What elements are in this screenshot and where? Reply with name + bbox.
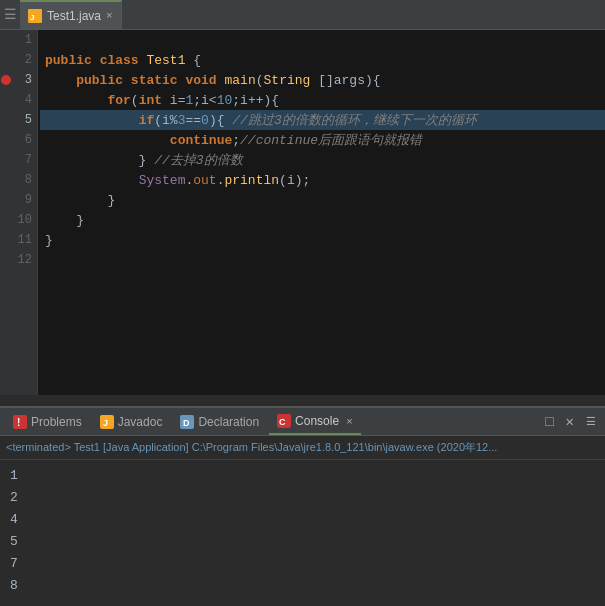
code-line-12 <box>40 250 605 270</box>
kw-public: public <box>45 53 92 68</box>
file-tab[interactable]: J Test1.java × <box>20 0 122 29</box>
tab-javadoc[interactable]: J Javadoc <box>92 408 171 435</box>
line-num-2: 2 <box>0 50 38 70</box>
java-file-icon: J <box>28 9 42 23</box>
code-line-6: continue ; //continue后面跟语句就报错 <box>40 130 605 150</box>
svg-text:J: J <box>103 418 108 428</box>
console-line-8: 8 <box>10 574 595 596</box>
tab-console-label: Console <box>295 414 339 428</box>
output-value: 4 <box>10 512 18 527</box>
tab-close-button[interactable]: × <box>106 10 113 22</box>
code-line-7: } //去掉3的倍数 <box>40 150 605 170</box>
tab-problems-label: Problems <box>31 415 82 429</box>
line-num-11: 11 <box>0 230 38 250</box>
tab-declaration-label: Declaration <box>198 415 259 429</box>
line-num-5: 5 <box>0 110 38 130</box>
code-content[interactable]: public class Test1 { public static void … <box>40 30 605 270</box>
console-close-icon[interactable]: × <box>346 415 352 427</box>
console-line-7: 7 <box>10 552 595 574</box>
kw-class: class <box>100 53 139 68</box>
console-icon: C <box>277 414 291 428</box>
code-line-4: for ( int i= 1 ;i< 10 ;i++){ <box>40 90 605 110</box>
output-value: 2 <box>10 490 18 505</box>
line-num-10: 10 <box>0 210 38 230</box>
problems-icon: ! <box>13 415 27 429</box>
svg-text:!: ! <box>17 417 20 428</box>
code-line-9: } <box>40 190 605 210</box>
console-header: <terminated> Test1 [Java Application] C:… <box>0 436 605 460</box>
console-line-1: 1 <box>10 464 595 486</box>
console-output: 1 2 4 5 7 8 <box>0 460 605 600</box>
code-line-5: if (i% 3 == 0 ){ //跳过3的倍数的循环，继续下一次的循环 <box>40 110 605 130</box>
editor-tab-bar: ☰ J Test1.java × <box>0 0 605 30</box>
console-line-4: 4 <box>10 508 595 530</box>
output-value: 5 <box>10 534 18 549</box>
code-line-1 <box>40 30 605 50</box>
svg-text:J: J <box>30 13 34 22</box>
line-num-3: 3 <box>0 70 38 90</box>
tab-declaration[interactable]: D Declaration <box>172 408 267 435</box>
minimize-panel-button[interactable]: □ <box>541 412 557 432</box>
output-value: 7 <box>10 556 18 571</box>
code-line-11: } <box>40 230 605 250</box>
editor-area[interactable]: 1 2 3 4 5 6 7 8 9 10 11 12 public class … <box>0 30 605 395</box>
code-line-2: public class Test1 { <box>40 50 605 70</box>
close-panel-button[interactable]: ✕ <box>562 411 578 432</box>
line-num-6: 6 <box>0 130 38 150</box>
console-header-text: <terminated> Test1 [Java Application] C:… <box>6 441 497 453</box>
tab-console[interactable]: C Console × <box>269 408 360 435</box>
panel-controls: □ ✕ ☰ <box>541 411 600 432</box>
code-line-8: System . out . println (i); <box>40 170 605 190</box>
line-num-9: 9 <box>0 190 38 210</box>
tab-bar-left: ☰ <box>0 0 20 29</box>
output-value: 1 <box>10 468 18 483</box>
console-line-5: 5 <box>10 530 595 552</box>
tab-javadoc-label: Javadoc <box>118 415 163 429</box>
console-line-2: 2 <box>10 486 595 508</box>
line-numbers: 1 2 3 4 5 6 7 8 9 10 11 12 <box>0 30 38 270</box>
line-num-4: 4 <box>0 90 38 110</box>
line-num-12: 12 <box>0 250 38 270</box>
bottom-panel: ! Problems J Javadoc D Declara <box>0 406 605 606</box>
code-line-3: public static void main ( String []args)… <box>40 70 605 90</box>
maximize-panel-button[interactable]: ☰ <box>582 413 600 430</box>
svg-text:C: C <box>279 417 286 427</box>
panel-tab-bar: ! Problems J Javadoc D Declara <box>0 408 605 436</box>
tab-problems[interactable]: ! Problems <box>5 408 90 435</box>
line-num-7: 7 <box>0 150 38 170</box>
class-name: Test1 <box>146 53 185 68</box>
code-line-10: } <box>40 210 605 230</box>
line-num-1: 1 <box>0 30 38 50</box>
tab-label: Test1.java <box>47 9 101 23</box>
line-num-8: 8 <box>0 170 38 190</box>
javadoc-icon: J <box>100 415 114 429</box>
svg-text:D: D <box>183 418 190 428</box>
declaration-icon: D <box>180 415 194 429</box>
sidebar-toggle-icon: ☰ <box>4 6 17 23</box>
output-value: 8 <box>10 578 18 593</box>
